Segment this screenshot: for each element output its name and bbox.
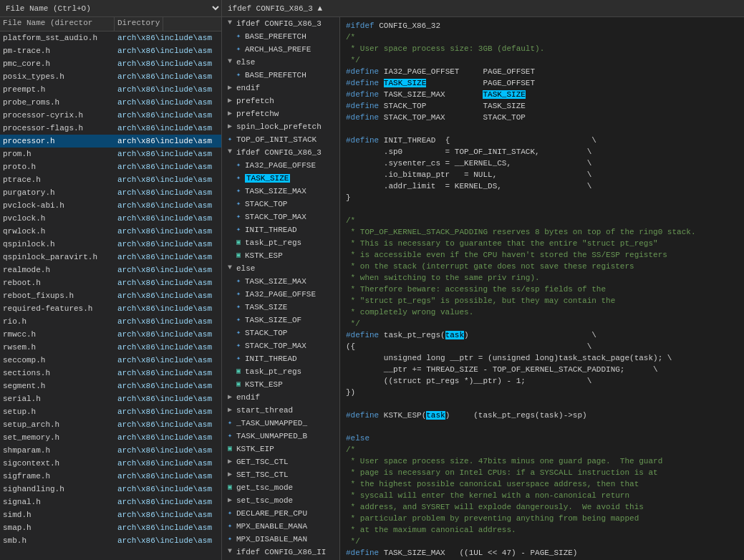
symbol-item[interactable]: ✦STACK_TOP	[222, 327, 339, 339]
file-row[interactable]: reboot.harch\x86\include\asm	[0, 276, 221, 289]
file-row[interactable]: required-features.harch\x86\include\asm	[0, 302, 221, 315]
symbol-label: TASK_SIZE_MAX	[245, 187, 306, 195]
file-row[interactable]: qspinlock_paravirt.harch\x86\include\asm	[0, 251, 221, 264]
symbol-item[interactable]: ✦TASK_SIZE	[222, 301, 339, 314]
symbol-item[interactable]: ▼ifdef CONFIG_X86_3	[222, 146, 339, 159]
file-dir-cell: arch\x86\include\asm	[115, 420, 221, 429]
file-row[interactable]: processor.harch\x86\include\asm	[0, 135, 221, 148]
symbol-item[interactable]: ✦IA32_PAGE_OFFSE	[222, 288, 339, 301]
symbol-item[interactable]: ✦TOP_OF_INIT_STACK	[222, 133, 339, 146]
file-row[interactable]: platform_sst_audio.harch\x86\include\asm	[0, 32, 221, 44]
symbol-item[interactable]: ▶prefetchw	[222, 107, 339, 120]
symbol-item[interactable]: ▣task_pt_regs	[222, 236, 339, 249]
symbol-item[interactable]: ▶SET_TSC_CTL	[222, 468, 339, 481]
file-row[interactable]: ptrace.harch\x86\include\asm	[0, 173, 221, 186]
symbol-list[interactable]: ▼ifdef CONFIG_X86_3✦BASE_PREFETCH✦ARCH_H…	[222, 17, 339, 560]
symbol-item[interactable]: ✦TASK_SIZE_MAX	[222, 185, 339, 198]
symbol-item[interactable]: ✦TASK_SIZE_MAX	[222, 275, 339, 288]
file-row[interactable]: setup.harch\x86\include\asm	[0, 405, 221, 418]
symbol-item[interactable]: ✦INIT_THREAD	[222, 223, 339, 236]
code-panel[interactable]: #ifdef CONFIG_X86_32 /* * User space pro…	[340, 17, 744, 560]
file-row[interactable]: realmode.harch\x86\include\asm	[0, 264, 221, 276]
symbol-item[interactable]: ▼ifdef CONFIG_X86_II	[222, 546, 339, 559]
symbol-item[interactable]: ▣KSTK_EIP	[222, 443, 339, 455]
symbol-item[interactable]: ▣task_pt_regs	[222, 365, 339, 378]
symbol-item[interactable]: ✦TASK_UNMAPPED_B	[222, 430, 339, 443]
symbol-item[interactable]: ✦BASE_PREFETCH	[222, 30, 339, 43]
symbol-item[interactable]: ▶set_tsc_mode	[222, 494, 339, 507]
file-row[interactable]: posix_types.harch\x86\include\asm	[0, 70, 221, 83]
file-dir-cell: arch\x86\include\asm	[115, 291, 221, 300]
symbol-item[interactable]: ✦MPX_ENABLE_MANA	[222, 520, 339, 533]
symbol-item[interactable]: ▼ifdef CONFIG_X86_3	[222, 17, 339, 30]
symbol-item[interactable]: ✦IA32_PAGE_OFFSE	[222, 159, 339, 172]
file-row[interactable]: rwsem.harch\x86\include\asm	[0, 341, 221, 354]
file-row[interactable]: seccomp.harch\x86\include\asm	[0, 354, 221, 367]
symbol-type-icon: ✦	[233, 225, 243, 235]
symbol-item[interactable]: ▣get_tsc_mode	[222, 481, 339, 494]
symbol-item[interactable]: ✦STACK_TOP	[222, 198, 339, 211]
file-row[interactable]: qspinlock.harch\x86\include\asm	[0, 238, 221, 251]
file-row[interactable]: simd.harch\x86\include\asm	[0, 508, 221, 521]
file-row[interactable]: smb.harch\x86\include\asm	[0, 534, 221, 547]
symbol-item[interactable]: ✦STACK_TOP_MAX	[222, 211, 339, 223]
file-row[interactable]: rmwcc.harch\x86\include\asm	[0, 328, 221, 341]
file-dir-cell: arch\x86\include\asm	[115, 343, 221, 352]
symbol-label: TASK_SIZE_OF	[245, 316, 301, 324]
file-row[interactable]: setup_arch.harch\x86\include\asm	[0, 418, 221, 431]
symbol-item[interactable]: ▣KSTK_ESP	[222, 378, 339, 391]
file-dir-cell: arch\x86\include\asm	[115, 523, 221, 532]
symbol-item[interactable]: ✦MPX_DISABLE_MAN	[222, 533, 339, 546]
symbol-name-input[interactable]	[225, 4, 741, 13]
file-dir-cell: arch\x86\include\asm	[115, 279, 221, 287]
file-row[interactable]: processor-flags.harch\x86\include\asm	[0, 122, 221, 135]
symbol-item[interactable]: ▶spin_lock_prefetch	[222, 120, 339, 133]
file-row[interactable]: shmparam.harch\x86\include\asm	[0, 444, 221, 457]
file-row[interactable]: qrwlock.harch\x86\include\asm	[0, 225, 221, 238]
symbol-item[interactable]: ✦STACK_TOP_MAX	[222, 339, 339, 352]
symbol-type-icon: ✦	[233, 160, 243, 170]
file-dir-cell: arch\x86\include\asm	[115, 317, 221, 326]
symbol-item[interactable]: ✦DECLARE_PER_CPU	[222, 507, 339, 520]
symbol-item[interactable]: ▼else	[222, 262, 339, 275]
symbol-item[interactable]: ✦BASE_PREFETCH	[222, 69, 339, 82]
file-row[interactable]: probe_roms.harch\x86\include\asm	[0, 96, 221, 109]
file-row[interactable]: sigframe.harch\x86\include\asm	[0, 470, 221, 483]
file-row[interactable]: reboot_fixups.harch\x86\include\asm	[0, 289, 221, 302]
symbol-type-icon: ✦	[233, 70, 243, 80]
symbol-item[interactable]: ▶prefetch	[222, 95, 339, 107]
symbol-item[interactable]: ✦INIT_THREAD	[222, 352, 339, 365]
file-row[interactable]: sections.harch\x86\include\asm	[0, 367, 221, 380]
symbol-item[interactable]: ▶start_thread	[222, 404, 339, 417]
file-row[interactable]: proto.harch\x86\include\asm	[0, 160, 221, 173]
file-row[interactable]: serial.harch\x86\include\asm	[0, 392, 221, 405]
symbol-item[interactable]: ▣KSTK_ESP	[222, 249, 339, 262]
symbol-type-icon: ▼	[225, 57, 235, 67]
file-row[interactable]: processor-cyrix.harch\x86\include\asm	[0, 109, 221, 122]
file-row[interactable]: pvclock-abi.harch\x86\include\asm	[0, 199, 221, 212]
file-row[interactable]: smap.harch\x86\include\asm	[0, 521, 221, 534]
file-name-dropdown[interactable]: File Name (Ctrl+O)	[0, 0, 221, 16]
file-row[interactable]: set_memory.harch\x86\include\asm	[0, 431, 221, 444]
file-row[interactable]: rio.harch\x86\include\asm	[0, 315, 221, 328]
file-row[interactable]: purgatory.harch\x86\include\asm	[0, 186, 221, 199]
file-row[interactable]: sigcontext.harch\x86\include\asm	[0, 457, 221, 470]
file-row[interactable]: pvclock.harch\x86\include\asm	[0, 212, 221, 225]
symbol-item[interactable]: ▼else	[222, 56, 339, 69]
file-row[interactable]: pmc_core.harch\x86\include\asm	[0, 57, 221, 70]
symbol-item[interactable]: ▶endif	[222, 82, 339, 95]
symbol-label: ifdef CONFIG_X86_3	[236, 19, 322, 28]
file-row[interactable]: preempt.harch\x86\include\asm	[0, 83, 221, 96]
symbol-item[interactable]: ✦ARCH_HAS_PREFE	[222, 43, 339, 56]
file-row[interactable]: sighandling.harch\x86\include\asm	[0, 483, 221, 496]
symbol-item[interactable]: ▶GET_TSC_CTL	[222, 455, 339, 468]
file-row[interactable]: segment.harch\x86\include\asm	[0, 380, 221, 392]
symbol-item[interactable]: ▶endif	[222, 391, 339, 404]
file-list[interactable]: platform_sst_audio.harch\x86\include\asm…	[0, 32, 221, 560]
symbol-item[interactable]: ✦TASK_SIZE_OF	[222, 314, 339, 327]
symbol-item[interactable]: ✦TASK_SIZE	[222, 172, 339, 185]
file-row[interactable]: pm-trace.harch\x86\include\asm	[0, 44, 221, 57]
file-row[interactable]: signal.harch\x86\include\asm	[0, 496, 221, 508]
symbol-item[interactable]: ✦_TASK_UNMAPPED_	[222, 417, 339, 430]
file-row[interactable]: prom.harch\x86\include\asm	[0, 148, 221, 160]
